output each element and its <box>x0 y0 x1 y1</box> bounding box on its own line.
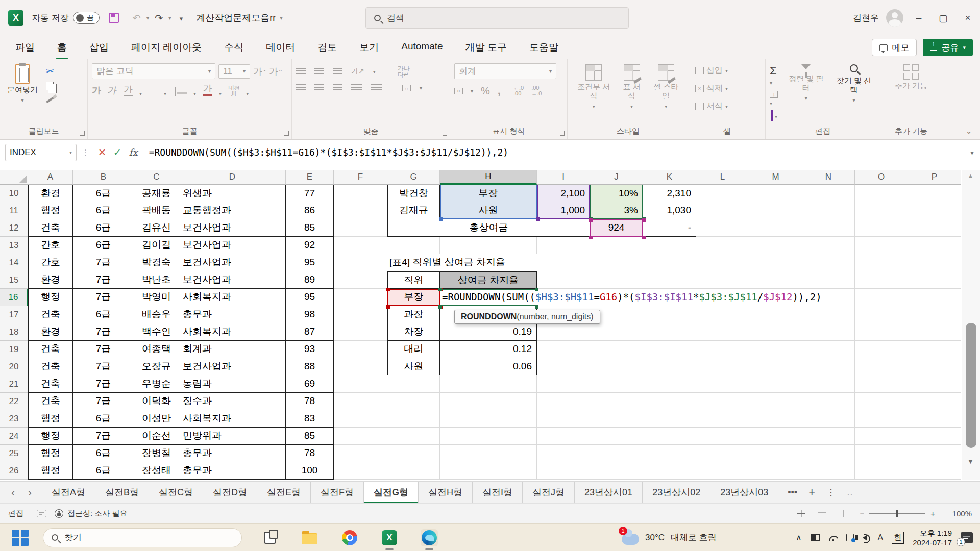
clipboard-dialog-launcher-icon[interactable] <box>80 131 85 136</box>
cell-O20[interactable] <box>855 358 908 375</box>
cell-I24[interactable] <box>537 428 590 445</box>
cell-H19[interactable]: 0.12 <box>440 341 537 358</box>
formula-bar-expand-icon[interactable]: ▾ <box>970 148 974 157</box>
cell-B10[interactable]: 6급 <box>73 185 134 202</box>
increase-indent-icon[interactable] <box>371 84 382 91</box>
font-color-chevron-icon[interactable]: ▾ <box>219 91 222 96</box>
cell-C16[interactable]: 박영미 <box>134 289 179 306</box>
cell-B16[interactable]: 7급 <box>73 289 134 306</box>
undo-chevron-icon[interactable]: ▾ <box>146 15 150 21</box>
sheet-tab-1[interactable]: 실전B형 <box>95 482 149 503</box>
cell-P20[interactable] <box>908 358 961 375</box>
cell-A25[interactable]: 행정 <box>28 445 73 462</box>
cell-G11[interactable]: 김재규 <box>387 202 440 219</box>
cell-N25[interactable] <box>802 445 855 462</box>
format-cells-button[interactable]: 서식 ▾ <box>693 100 761 113</box>
underline-chevron-icon[interactable]: ▾ <box>139 91 142 96</box>
decrease-indent-icon[interactable] <box>351 84 362 91</box>
cell-N11[interactable] <box>802 202 855 219</box>
cell-C11[interactable]: 곽배동 <box>134 202 179 219</box>
font-name-select[interactable]: 맑은 고딕▾ <box>92 63 215 79</box>
cell-H10[interactable]: 부장 <box>440 185 537 202</box>
cell-F26[interactable] <box>334 462 387 480</box>
cell-J11[interactable]: 3% <box>590 202 643 219</box>
cell-C22[interactable]: 이덕화 <box>134 393 179 410</box>
cell-M20[interactable] <box>749 358 802 375</box>
cell-I11[interactable]: 1,000 <box>537 202 590 219</box>
cell-I23[interactable] <box>537 410 590 428</box>
merge-chevron-icon[interactable]: ▾ <box>420 85 422 91</box>
cell-N12[interactable] <box>802 219 855 237</box>
row-header-14[interactable]: 14 <box>0 254 28 271</box>
orientation-chevron-icon[interactable]: ▾ <box>373 69 376 74</box>
cell-I22[interactable] <box>537 393 590 410</box>
row-header-26[interactable]: 26 <box>0 462 28 480</box>
cell-M13[interactable] <box>749 237 802 254</box>
zoom-slider[interactable]: − + <box>860 509 935 518</box>
paste-button[interactable]: 붙여넣기 ▾ <box>4 63 41 106</box>
cell-D17[interactable]: 총무과 <box>179 306 286 323</box>
cell-J12[interactable]: 924 <box>590 219 643 237</box>
zoom-level[interactable]: 100% <box>947 509 972 518</box>
cell-K15[interactable] <box>643 271 696 289</box>
cell-C14[interactable]: 박경숙 <box>134 254 179 271</box>
cell-D16[interactable]: 사회복지과 <box>179 289 286 306</box>
cell-P12[interactable] <box>908 219 961 237</box>
cell-B17[interactable]: 6급 <box>73 306 134 323</box>
autosave-control[interactable]: 자동 저장 끔 <box>32 12 100 24</box>
cell-G18[interactable]: 차장 <box>387 323 440 341</box>
cell-N26[interactable] <box>802 462 855 480</box>
cell-J17[interactable] <box>590 306 643 323</box>
cell-J15[interactable] <box>590 271 643 289</box>
cell-L17[interactable] <box>696 306 749 323</box>
ime-korean-indicator[interactable]: 한 <box>892 532 904 544</box>
cell-M11[interactable] <box>749 202 802 219</box>
column-header-E[interactable]: E <box>286 170 334 185</box>
cell-L26[interactable] <box>696 462 749 480</box>
row-header-11[interactable]: 11 <box>0 202 28 219</box>
zoom-out-icon[interactable]: − <box>860 509 864 518</box>
column-header-J[interactable]: J <box>590 170 643 185</box>
cell-O10[interactable] <box>855 185 908 202</box>
sheet-tab-6[interactable]: 실전G형 <box>364 482 419 503</box>
cell-A16[interactable]: 행정 <box>28 289 73 306</box>
phonetic-chevron-icon[interactable]: ▾ <box>246 91 249 96</box>
cell-L23[interactable] <box>696 410 749 428</box>
sort-filter-button[interactable]: 정렬 및 필터 ▾ <box>784 63 828 104</box>
cell-O24[interactable] <box>855 428 908 445</box>
cell-L10[interactable] <box>696 185 749 202</box>
cell-D26[interactable]: 총무과 <box>179 462 286 480</box>
sheet-tab-2[interactable]: 실전C형 <box>149 482 203 503</box>
cell-C21[interactable]: 우병순 <box>134 375 179 393</box>
hidden-icons-chevron-icon[interactable]: ∧ <box>796 533 802 542</box>
cell-O14[interactable] <box>855 254 908 271</box>
phonetic-button[interactable]: 내천川 <box>228 85 239 96</box>
cell-M18[interactable] <box>749 323 802 341</box>
cell-K18[interactable] <box>643 323 696 341</box>
cell-P10[interactable] <box>908 185 961 202</box>
font-size-select[interactable]: 11▾ <box>218 64 250 79</box>
cell-D21[interactable]: 농림과 <box>179 375 286 393</box>
redo-icon[interactable]: ↷ <box>155 12 163 24</box>
cancel-icon[interactable]: ✕ <box>98 146 106 158</box>
cell-I17[interactable] <box>537 306 590 323</box>
cell-J20[interactable] <box>590 358 643 375</box>
cell-E13[interactable]: 92 <box>286 237 334 254</box>
task-view-button[interactable] <box>261 529 279 546</box>
cell-O12[interactable] <box>855 219 908 237</box>
sheet-tab-3[interactable]: 실전D형 <box>203 482 257 503</box>
cell-E26[interactable]: 100 <box>286 462 334 480</box>
row-header-19[interactable]: 19 <box>0 341 28 358</box>
cell-H25[interactable] <box>440 445 537 462</box>
cell-O26[interactable] <box>855 462 908 480</box>
cell-D19[interactable]: 회계과 <box>179 341 286 358</box>
scrollbar-thumb[interactable] <box>966 323 976 448</box>
row-header-18[interactable]: 18 <box>0 323 28 341</box>
ribbon-tab-10[interactable]: 도움말 <box>528 38 559 57</box>
cell-G20[interactable]: 사원 <box>387 358 440 375</box>
cell-P18[interactable] <box>908 323 961 341</box>
sheet-tab-12[interactable]: 23년상시03 <box>710 482 778 503</box>
cell-H13[interactable] <box>440 237 537 254</box>
cell-K24[interactable] <box>643 428 696 445</box>
cell-J25[interactable] <box>590 445 643 462</box>
